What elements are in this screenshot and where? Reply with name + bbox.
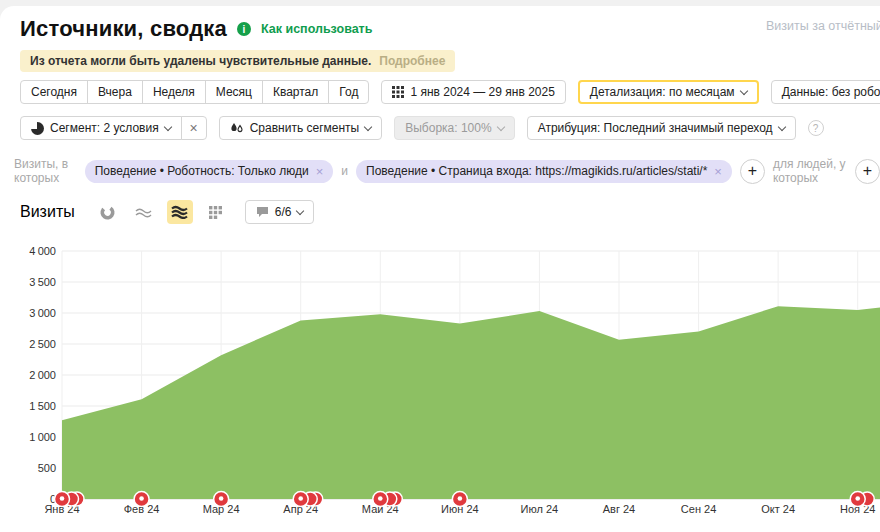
donut-chart-icon xyxy=(100,205,115,220)
period-button[interactable]: Месяц xyxy=(205,80,263,104)
segment-label: Сегмент: 2 условия xyxy=(50,121,159,135)
detalization-label: Детализация: по месяцам xyxy=(590,85,735,99)
detalization-dropdown[interactable]: Детализация: по месяцам xyxy=(578,80,759,104)
period-segmented-control: СегодняВчераНеделяМесяцКварталГод xyxy=(20,80,369,104)
filter-prefix-label: Визиты, в которых xyxy=(14,157,77,185)
y-axis-tick: 2 000 xyxy=(29,369,56,381)
segment-group: Сегмент: 2 условия × xyxy=(20,116,207,140)
compare-segments-dropdown[interactable]: Сравнить сегменты xyxy=(219,116,383,140)
chart-type-donut-button[interactable] xyxy=(95,200,121,224)
banner-more-link[interactable]: Подробнее xyxy=(379,54,445,68)
annotation-marker-dot xyxy=(855,496,860,501)
chevron-down-icon xyxy=(296,206,304,214)
chip-label: Поведение • Страница входа: https://magi… xyxy=(366,164,707,178)
x-axis-tick: Сен 24 xyxy=(681,503,716,515)
annotation-marker-group[interactable] xyxy=(850,492,874,507)
x-axis-tick: Июл 24 xyxy=(521,503,559,515)
goals-counter-dropdown[interactable]: 6/6 xyxy=(245,200,315,224)
banner-text: Из отчета могли быть удалены чувствитель… xyxy=(30,54,371,68)
y-axis-tick: 4 000 xyxy=(29,245,56,257)
chart-type-area-button[interactable] xyxy=(167,200,193,224)
chart-type-table-button[interactable] xyxy=(203,200,229,224)
visits-area-chart: 4 0003 5003 0002 5002 0001 5001 0005000Я… xyxy=(0,244,880,532)
annotation-marker-group[interactable] xyxy=(293,492,323,507)
attribution-dropdown[interactable]: Атрибуция: Последний значимый переход xyxy=(527,116,796,140)
report-card: Источники, сводка i Как использовать Виз… xyxy=(0,6,880,532)
chevron-down-icon xyxy=(163,122,171,130)
period-button[interactable]: Квартал xyxy=(262,80,329,104)
annotation-marker-dot xyxy=(219,496,224,501)
sampling-dropdown[interactable]: Выборка: 100% xyxy=(394,116,514,140)
metric-title: Визиты xyxy=(20,203,75,221)
x-axis-tick: Авг 24 xyxy=(603,503,635,515)
how-to-use-link[interactable]: Как использовать xyxy=(261,22,372,36)
calendar-grid-icon xyxy=(392,86,404,98)
metric-toolbar: Визиты xyxy=(20,200,314,224)
goals-counter-label: 6/6 xyxy=(275,205,292,219)
chart-type-line-button[interactable] xyxy=(131,200,157,224)
header: Источники, сводка i Как использовать xyxy=(20,16,372,42)
sensitive-data-banner: Из отчета могли быть удалены чувствитель… xyxy=(20,50,455,72)
filter-row: Визиты, в которых Поведение • Роботность… xyxy=(14,157,880,185)
chevron-down-icon xyxy=(496,122,504,130)
y-axis-tick: 3 500 xyxy=(29,276,56,288)
annotation-marker-dot xyxy=(60,496,65,501)
filter-chip-robotness[interactable]: Поведение • Роботность: Только люди × xyxy=(85,160,334,183)
annotation-marker-group[interactable] xyxy=(373,492,403,507)
chip-close-icon[interactable]: × xyxy=(316,164,324,179)
segment-clear-button[interactable]: × xyxy=(181,116,207,140)
page-title: Источники, сводка xyxy=(20,16,227,42)
y-axis-tick: 2 500 xyxy=(29,338,56,350)
y-axis-tick: 1 000 xyxy=(29,431,56,443)
annotation-marker-group[interactable] xyxy=(452,492,467,507)
period-toolbar: СегодняВчераНеделяМесяцКварталГод 1 янв … xyxy=(20,80,880,104)
compare-segments-label: Сравнить сегменты xyxy=(250,121,360,135)
sampling-label: Выборка: 100% xyxy=(405,121,491,135)
data-mode-dropdown[interactable]: Данные: без роботов xyxy=(771,80,880,104)
y-axis-tick: 500 xyxy=(38,462,56,474)
period-button[interactable]: Вчера xyxy=(87,80,143,104)
chip-close-icon[interactable]: × xyxy=(714,164,722,179)
attribution-label: Атрибуция: Последний значимый переход xyxy=(538,121,773,135)
annotation-marker-dot xyxy=(298,496,303,501)
segment-dropdown[interactable]: Сегмент: 2 условия xyxy=(20,116,182,140)
stacked-area-icon xyxy=(171,205,188,219)
annotation-marker-dot xyxy=(139,496,144,501)
report-subtitle: Визиты за отчётный период xyxy=(766,19,880,33)
segment-toolbar: Сегмент: 2 условия × Сравнить сегменты В… xyxy=(20,116,824,140)
info-icon: i xyxy=(237,22,251,36)
chevron-down-icon xyxy=(364,122,372,130)
annotation-marker-group[interactable] xyxy=(55,492,85,507)
period-button[interactable]: Сегодня xyxy=(20,80,88,104)
date-range-button[interactable]: 1 янв 2024 — 29 янв 2025 xyxy=(381,80,565,104)
pie-segment-icon xyxy=(31,122,44,135)
visits-area-series xyxy=(62,306,880,499)
annotation-marker-dot xyxy=(458,496,463,501)
annotation-marker-group[interactable] xyxy=(214,492,229,507)
chevron-down-icon xyxy=(777,122,785,130)
add-visit-condition-button[interactable]: + xyxy=(740,159,765,184)
period-button[interactable]: Год xyxy=(328,80,369,104)
filter-suffix-label: для людей, у которых xyxy=(773,157,847,185)
line-chart-icon xyxy=(135,205,152,219)
filter-connector: и xyxy=(341,164,348,178)
y-axis-tick: 3 000 xyxy=(29,307,56,319)
x-axis-tick: Окт 24 xyxy=(761,503,795,515)
table-icon xyxy=(208,205,223,219)
annotation-marker-group[interactable] xyxy=(134,492,149,507)
help-question-icon[interactable]: ? xyxy=(808,120,824,136)
chart-canvas: 4 0003 5003 0002 5002 0001 5001 0005000Я… xyxy=(0,244,880,532)
chip-label: Поведение • Роботность: Только люди xyxy=(95,164,309,178)
comment-bubble-icon xyxy=(256,206,269,218)
drops-icon xyxy=(230,122,244,135)
add-user-condition-button[interactable]: + xyxy=(855,159,880,184)
chevron-down-icon xyxy=(739,86,747,94)
period-button[interactable]: Неделя xyxy=(142,80,206,104)
y-axis-tick: 1 500 xyxy=(29,400,56,412)
date-range-label: 1 янв 2024 — 29 янв 2025 xyxy=(410,85,554,99)
data-mode-label: Данные: без роботов xyxy=(782,85,880,99)
filter-chip-entry-page[interactable]: Поведение • Страница входа: https://magi… xyxy=(356,160,732,183)
annotation-marker-dot xyxy=(378,496,383,501)
